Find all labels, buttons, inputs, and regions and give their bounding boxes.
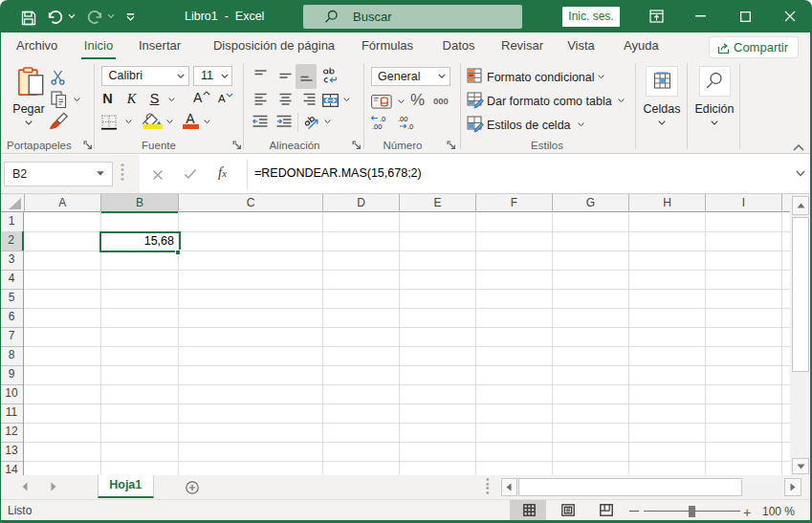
svg-text:.00: .00 [398, 115, 407, 123]
svg-text:.0: .0 [407, 122, 413, 130]
svg-text:.00: .00 [372, 122, 382, 130]
